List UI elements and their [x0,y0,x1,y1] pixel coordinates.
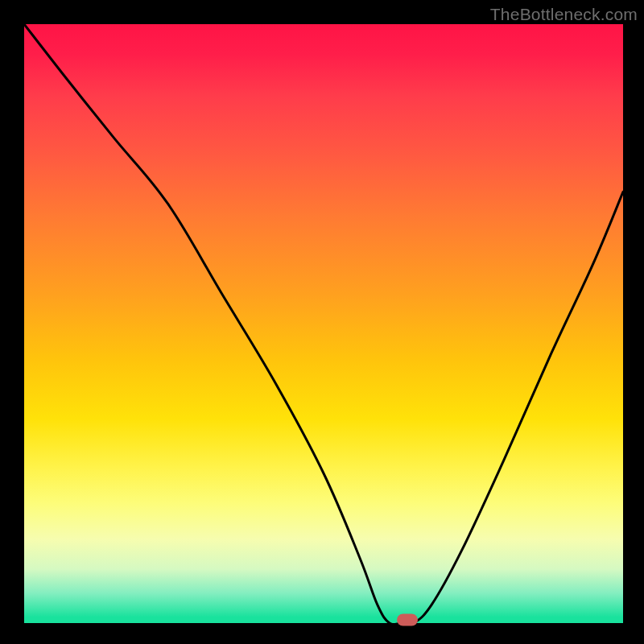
optimal-point-marker [397,614,418,626]
bottleneck-curve [24,24,623,623]
plot-area [24,24,623,623]
watermark-text: TheBottleneck.com [490,5,638,24]
chart-frame: TheBottleneck.com [0,0,644,644]
